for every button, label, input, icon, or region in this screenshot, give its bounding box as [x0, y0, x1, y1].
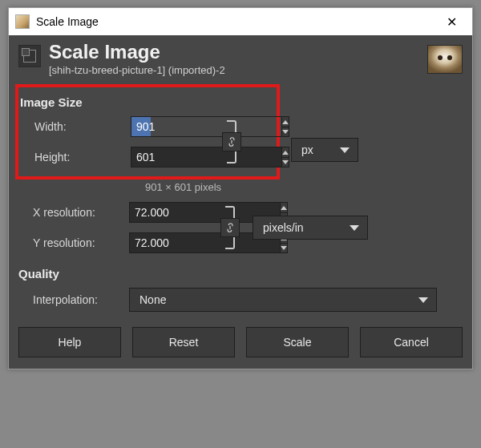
y-resolution-step-down[interactable]	[281, 244, 287, 253]
chevron-up-icon	[281, 206, 287, 210]
chevron-down-icon	[282, 130, 289, 134]
window-close-button[interactable]: ✕	[434, 10, 469, 34]
chevron-up-icon	[282, 151, 289, 155]
close-icon: ✕	[447, 14, 457, 30]
resolution-unit-value: pixels/in	[263, 221, 304, 234]
chain-link-icon	[224, 222, 236, 233]
height-label: Height:	[34, 151, 131, 163]
x-resolution-spinner[interactable]	[129, 202, 217, 223]
resolution-lock-button[interactable]	[220, 218, 240, 237]
dialog-title: Scale Image	[49, 42, 225, 63]
size-unit-dropdown[interactable]: px	[291, 138, 358, 162]
y-resolution-spinner[interactable]	[129, 232, 217, 253]
dialog-actions: Help Reset Scale Cancel	[18, 327, 463, 357]
resolution-lock-chain	[220, 203, 243, 252]
chevron-down-icon	[340, 147, 350, 153]
width-step-up[interactable]	[282, 117, 289, 127]
interpolation-label: Interpolation:	[33, 293, 129, 306]
dialog-subtitle: [shih-tzu-breed-picture-1] (imported)-2	[49, 64, 225, 76]
width-input[interactable]	[131, 116, 281, 137]
app-icon	[15, 14, 30, 29]
help-button[interactable]: Help	[18, 327, 121, 357]
resolution-unit-dropdown[interactable]: pixels/in	[253, 216, 368, 240]
interpolation-value: None	[139, 293, 166, 306]
width-step-down[interactable]	[282, 127, 289, 137]
cancel-button[interactable]: Cancel	[360, 327, 463, 357]
reset-button[interactable]: Reset	[132, 327, 235, 357]
x-resolution-label: X resolution:	[33, 206, 129, 219]
height-spinner[interactable]	[131, 147, 219, 167]
window-title: Scale Image	[36, 15, 434, 28]
image-size-heading: Image Size	[20, 95, 270, 109]
width-spinner[interactable]	[131, 116, 219, 137]
scale-image-dialog: Scale Image ✕ Scale Image [shih-tzu-bree…	[8, 7, 473, 369]
aspect-ratio-lock-button[interactable]	[222, 132, 241, 151]
dialog-header: Scale Image [shih-tzu-breed-picture-1] (…	[18, 42, 463, 76]
interpolation-dropdown[interactable]: None	[129, 288, 437, 312]
chevron-down-icon	[281, 246, 287, 250]
x-resolution-step-up[interactable]	[281, 203, 287, 213]
image-thumbnail	[427, 45, 463, 74]
width-label: Width:	[34, 120, 131, 133]
scale-button[interactable]: Scale	[246, 327, 349, 357]
height-step-down[interactable]	[282, 158, 289, 167]
size-unit-value: px	[301, 143, 313, 156]
scale-image-icon	[18, 45, 41, 67]
chevron-up-icon	[282, 120, 289, 124]
pixel-dimensions-text: 901 × 601 pixels	[145, 181, 463, 193]
chevron-down-icon	[282, 160, 289, 164]
window-titlebar: Scale Image ✕	[9, 8, 472, 35]
height-step-up[interactable]	[282, 147, 289, 158]
height-input[interactable]	[131, 147, 281, 167]
size-lock-chain	[222, 117, 245, 167]
dialog-body: Scale Image [shih-tzu-breed-picture-1] (…	[9, 35, 472, 369]
chevron-down-icon	[418, 297, 428, 303]
chevron-down-icon	[350, 225, 359, 231]
quality-heading: Quality	[18, 267, 463, 281]
image-size-highlight: Image Size Width:	[15, 84, 280, 180]
y-resolution-label: Y resolution:	[33, 236, 129, 249]
chain-link-icon	[226, 136, 237, 147]
